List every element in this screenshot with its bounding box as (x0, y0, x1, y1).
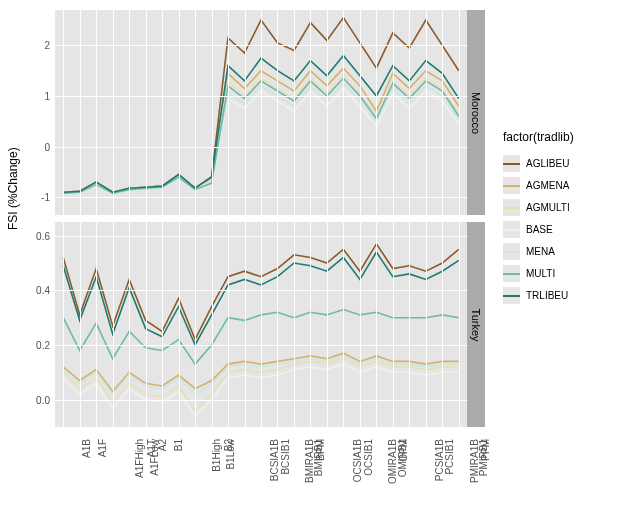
legend-item: MENA (503, 240, 623, 262)
legend-label: AGMENA (526, 180, 569, 191)
strip-turkey: Turkey (467, 222, 485, 427)
legend-item: TRLIBEU (503, 284, 623, 306)
panel-turkey (55, 222, 467, 427)
y-tick-label: 0.0 (20, 394, 50, 405)
legend-title: factor(tradlib) (503, 130, 623, 144)
x-tick-label: A1T (147, 439, 158, 457)
x-tick-label: BPM (315, 439, 326, 461)
chart-container: FSI (%Change) Morocco Turkey -10120.00.2… (0, 0, 631, 532)
x-tick-label: A1F (97, 439, 108, 457)
legend-key (503, 221, 520, 238)
x-tick-label: A2 (157, 439, 168, 451)
x-tick-label: OCSIB1 (363, 439, 374, 476)
y-tick-label: 0.4 (20, 285, 50, 296)
legend-item: MULTI (503, 262, 623, 284)
x-tick-label: B2 (223, 439, 234, 451)
y-tick-label: 0.2 (20, 340, 50, 351)
legend-label: MENA (526, 246, 555, 257)
x-tick-label: BCSIB1 (279, 439, 290, 475)
x-tick-label: A1B (81, 439, 92, 458)
legend-label: TRLIBEU (526, 290, 568, 301)
y-axis-title: FSI (%Change) (6, 147, 20, 230)
y-tick-label: 1 (20, 91, 50, 102)
x-tick-label: A1FHigh (134, 439, 145, 478)
x-tick-label: B1High (210, 439, 221, 472)
legend-key (503, 199, 520, 216)
legend-item: AGMULTI (503, 196, 623, 218)
x-tick-label: PPM (479, 439, 490, 461)
x-tick-label: PCSIB1 (444, 439, 455, 475)
legend-item: AGMENA (503, 174, 623, 196)
legend: factor(tradlib) AGLIBEUAGMENAAGMULTIBASE… (503, 130, 623, 306)
y-tick-label: 2 (20, 40, 50, 51)
legend-key (503, 243, 520, 260)
legend-key (503, 155, 520, 172)
strip-morocco: Morocco (467, 10, 485, 215)
x-tick-label: OPM (398, 439, 409, 462)
y-tick-label: -1 (20, 192, 50, 203)
legend-item: AGLIBEU (503, 152, 623, 174)
legend-key (503, 177, 520, 194)
legend-label: AGLIBEU (526, 158, 569, 169)
legend-label: MULTI (526, 268, 555, 279)
strip-label: Morocco (470, 91, 482, 133)
strip-label: Turkey (470, 308, 482, 341)
x-tick-label: B1 (173, 439, 184, 451)
legend-label: AGMULTI (526, 202, 570, 213)
panel-morocco (55, 10, 467, 215)
legend-item: BASE (503, 218, 623, 240)
legend-key (503, 265, 520, 282)
legend-key (503, 287, 520, 304)
plot-area: Morocco Turkey -10120.00.20.40.6A1BA1FA1… (55, 10, 490, 430)
y-tick-label: 0 (20, 141, 50, 152)
y-tick-label: 0.6 (20, 230, 50, 241)
legend-label: BASE (526, 224, 553, 235)
